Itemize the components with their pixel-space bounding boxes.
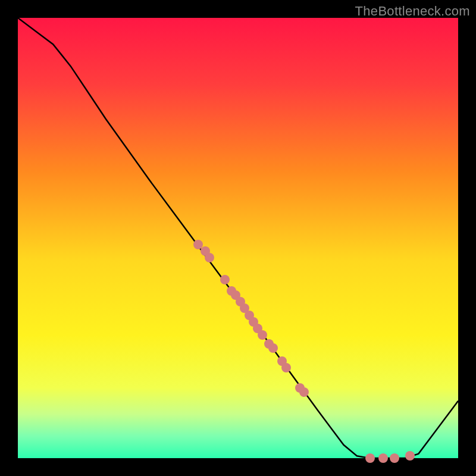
- data-point: [365, 453, 375, 463]
- data-point: [299, 387, 309, 397]
- data-point: [205, 253, 214, 262]
- data-point: [220, 275, 230, 284]
- data-point: [378, 453, 388, 463]
- plot-area: [18, 18, 458, 458]
- data-point: [405, 451, 415, 461]
- chart-container: TheBottleneck.com: [0, 0, 476, 476]
- data-points-layer: [18, 18, 458, 458]
- data-point: [258, 330, 267, 340]
- data-point: [281, 363, 291, 372]
- data-point: [390, 453, 399, 463]
- watermark-text: TheBottleneck.com: [355, 4, 470, 19]
- data-point: [268, 343, 278, 353]
